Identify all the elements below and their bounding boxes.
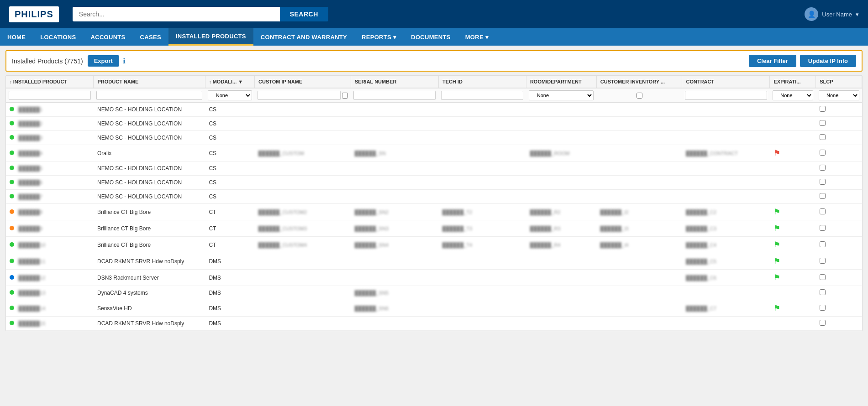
- nav-cases[interactable]: CASES: [133, 28, 168, 46]
- cell-slcp: [816, 270, 862, 286]
- filter-serial-input[interactable]: [353, 91, 436, 100]
- nav-home[interactable]: HOME: [0, 28, 33, 46]
- cell-expiry: [770, 103, 816, 117]
- toolbar-right: Clear Filter Update IP Info: [749, 55, 856, 67]
- toolbar: Installed Products (7751) Export ℹ Clear…: [5, 50, 863, 72]
- cell-custom-ip: ██████_CUSTOM: [255, 145, 351, 161]
- slcp-checkbox[interactable]: [820, 241, 826, 247]
- nav-reports[interactable]: REPORTS ▾: [354, 28, 404, 46]
- slcp-checkbox[interactable]: [820, 289, 826, 295]
- filter-modality: --None-- CS CT DMS: [205, 88, 254, 103]
- install-link[interactable]: ██████9: [18, 226, 42, 231]
- cell-expiry: ⚑: [770, 220, 816, 237]
- table-row: ██████7 NEMO SC - HOLDING LOCATION CS: [6, 190, 862, 204]
- nav-more[interactable]: MORE ▾: [458, 28, 496, 46]
- cell-contract: ██████_CONTRACT: [682, 145, 770, 161]
- filter-expiry-select[interactable]: --None--: [773, 90, 813, 100]
- slcp-checkbox[interactable]: [820, 106, 826, 112]
- cell-inventory: [596, 103, 682, 117]
- install-link[interactable]: ██████6: [18, 180, 42, 185]
- nav-documents[interactable]: DOCUMENTS: [404, 28, 458, 46]
- filter-product-input[interactable]: [96, 91, 202, 100]
- nav-locations[interactable]: LOCATIONS: [33, 28, 83, 46]
- cell-expiry: ⚑: [770, 270, 816, 286]
- install-link[interactable]: ██████10: [18, 242, 45, 248]
- user-dropdown-icon[interactable]: ▾: [856, 11, 859, 18]
- slcp-checkbox[interactable]: [820, 305, 826, 311]
- cell-custom-ip: [255, 300, 351, 317]
- cell-custom-ip: [255, 117, 351, 131]
- cell-tech: ██████_T4: [438, 237, 526, 253]
- cell-modality: CS: [205, 103, 254, 117]
- nav-contract-warranty[interactable]: CONTRACT AND WARRANTY: [253, 28, 354, 46]
- install-link[interactable]: ██████7: [18, 194, 42, 199]
- install-link[interactable]: ██████2: [18, 121, 42, 126]
- cell-product: Brilliance CT Big Bore: [94, 204, 205, 220]
- slcp-checkbox[interactable]: [820, 165, 826, 171]
- col-room: ROOM/DEPARTMENT: [526, 76, 596, 88]
- nav-installed-products[interactable]: INSTALLED PRODUCTS: [168, 28, 253, 46]
- cell-slcp: [816, 286, 862, 300]
- filter-contract: [682, 88, 770, 103]
- slcp-checkbox[interactable]: [820, 208, 826, 214]
- filter-custom-input[interactable]: [258, 91, 341, 100]
- install-link[interactable]: ██████4: [18, 151, 42, 156]
- cell-modality: CS: [205, 117, 254, 131]
- nav-accounts[interactable]: ACCOUNTS: [84, 28, 133, 46]
- slcp-checkbox[interactable]: [820, 179, 826, 185]
- search-input[interactable]: [73, 7, 280, 21]
- status-dot: [10, 151, 14, 155]
- col-modality[interactable]: MODALI... ▼: [205, 76, 254, 88]
- install-link[interactable]: ██████3: [18, 135, 42, 141]
- filter-custom-checkbox[interactable]: [342, 93, 348, 99]
- slcp-checkbox[interactable]: [820, 258, 826, 264]
- cell-modality: CS: [205, 190, 254, 204]
- filter-room-select[interactable]: --None--: [529, 90, 594, 100]
- clear-filter-button[interactable]: Clear Filter: [749, 55, 796, 67]
- slcp-checkbox[interactable]: [820, 193, 826, 199]
- slcp-checkbox[interactable]: [820, 320, 826, 326]
- slcp-checkbox[interactable]: [820, 120, 826, 126]
- install-link[interactable]: ██████12: [18, 275, 45, 281]
- cell-custom-ip: ██████_CUSTOM2: [255, 204, 351, 220]
- install-link[interactable]: ██████1: [18, 107, 42, 112]
- cell-expiry: [770, 286, 816, 300]
- slcp-checkbox[interactable]: [820, 134, 826, 140]
- col-installed-product[interactable]: INSTALLED PRODUCT: [6, 76, 94, 88]
- install-link[interactable]: ██████8: [18, 209, 42, 215]
- cell-serial: [351, 317, 438, 331]
- cell-modality: DMS: [205, 317, 254, 331]
- cell-install: ██████8: [6, 204, 94, 220]
- search-bar: SEARCH: [73, 7, 328, 21]
- cell-product: DynaCAD 4 systems: [94, 286, 205, 300]
- slcp-checkbox[interactable]: [820, 274, 826, 280]
- install-link[interactable]: ██████15: [18, 321, 45, 326]
- slcp-checkbox[interactable]: [820, 225, 826, 231]
- install-link[interactable]: ██████11: [18, 259, 45, 264]
- filter-slcp-select[interactable]: --None--: [819, 90, 859, 100]
- filter-inventory-checkbox[interactable]: [637, 93, 642, 99]
- search-button[interactable]: SEARCH: [280, 7, 328, 21]
- filter-tech-input[interactable]: [441, 91, 523, 100]
- filter-installed-input[interactable]: [9, 91, 91, 100]
- cell-contract: [682, 131, 770, 145]
- info-icon[interactable]: ℹ: [123, 57, 126, 65]
- filter-modality-select[interactable]: --None-- CS CT DMS: [208, 90, 252, 100]
- installed-products-table: INSTALLED PRODUCT PRODUCT NAME MODALI...…: [6, 76, 862, 331]
- cell-room: [526, 286, 596, 300]
- export-button[interactable]: Export: [88, 55, 119, 67]
- install-link[interactable]: ██████13: [18, 290, 45, 296]
- filter-contract-input[interactable]: [685, 91, 767, 100]
- menu-bar: HOME LOCATIONS ACCOUNTS CASES INSTALLED …: [0, 28, 868, 46]
- cell-inventory: [596, 131, 682, 145]
- update-ip-button[interactable]: Update IP Info: [800, 55, 856, 67]
- cell-room: [526, 131, 596, 145]
- cell-tech: ██████_T3: [438, 220, 526, 237]
- user-area: 👤 User Name ▾: [805, 7, 859, 21]
- slcp-checkbox[interactable]: [820, 150, 826, 156]
- install-link[interactable]: ██████14: [18, 306, 45, 311]
- cell-serial: ██████_SN4: [351, 237, 438, 253]
- cell-install: ██████7: [6, 190, 94, 204]
- install-link[interactable]: ██████5: [18, 166, 42, 171]
- logo-text: PHILIPS: [15, 9, 53, 19]
